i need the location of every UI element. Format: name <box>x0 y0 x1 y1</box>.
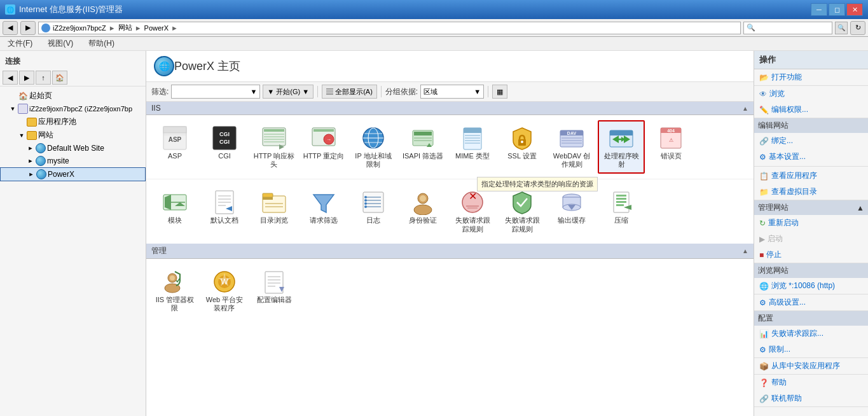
http-redirect-label: HTTP 重定向 <box>303 152 345 160</box>
icon-error[interactable]: 404 ⚠ 错误页 <box>647 120 694 174</box>
action-browse-link[interactable]: 🌐 浏览 *:10086 (http) <box>754 278 868 294</box>
config-header: 配置 <box>754 311 868 326</box>
icon-auth[interactable]: 身份验证 <box>399 184 446 238</box>
sidebar-home-btn[interactable]: 🏠 <box>52 71 67 85</box>
icon-config-editor[interactable]: 配置编辑器 <box>251 264 298 317</box>
view-icon: ▦ <box>497 88 503 96</box>
icon-http-response[interactable]: HTTP 响应标头 <box>251 120 298 174</box>
sidebar-item-startpage[interactable]: 🏠 起始页 <box>0 89 146 102</box>
action-advanced-settings[interactable]: ⚙ 高级设置... <box>754 295 868 310</box>
svg-text:→: → <box>326 137 331 142</box>
icon-handler[interactable]: 处理程序映射 <box>598 120 645 174</box>
action-bind[interactable]: 🔗 绑定... <box>754 133 868 149</box>
action-view-app[interactable]: 📋 查看应用程序 <box>754 168 868 184</box>
refresh-button[interactable]: ↻ <box>850 21 865 35</box>
start-label: 启动 <box>768 233 783 244</box>
close-button[interactable]: ✕ <box>846 3 863 16</box>
browse-link-label: 浏览 *:10086 (http) <box>771 281 835 291</box>
right-panel: 操作 📂 打开功能 👁 浏览 ✏️ 编辑权限... 编辑网站 <box>754 51 868 416</box>
action-open-feature[interactable]: 📂 打开功能 <box>754 69 868 85</box>
right-section-browse-site: 浏览网站 🌐 浏览 *:10086 (http) <box>754 263 868 295</box>
back-button[interactable]: ◀ <box>3 21 18 35</box>
icon-auth-rules[interactable]: 失败请求跟 踪规则 <box>499 184 546 238</box>
menu-bar: 文件(F) 视图(V) 帮助(H) <box>0 37 868 51</box>
sidebar-up-btn[interactable]: ↑ <box>36 71 51 85</box>
sidebar-item-server[interactable]: ▼ iZ2ze9joxn7bpcZ (iZ2ze9joxn7bp <box>0 102 146 115</box>
icon-fail-req[interactable]: ✕ 失败请求跟踪规则 <box>449 184 496 238</box>
title-bar: 🌐 Internet 信息服务(IIS)管理器 ─ ◻ ✕ <box>0 0 868 19</box>
forward-button[interactable]: ▶ <box>20 21 36 35</box>
icon-default-doc[interactable]: 默认文档 <box>201 184 248 238</box>
icon-http-redirect[interactable]: → HTTP 重定向 <box>300 120 347 174</box>
search-box[interactable]: 🔍 <box>743 22 832 34</box>
sidebar-back-btn[interactable]: ◀ <box>3 71 18 85</box>
action-start[interactable]: ▶ 启动 <box>754 231 868 247</box>
icon-log[interactable]: 日志 <box>350 184 397 238</box>
sidebar-item-powerx[interactable]: ► PowerX <box>0 167 146 181</box>
icon-compress[interactable]: 压缩 <box>598 184 645 238</box>
action-help[interactable]: ❓ 帮助 <box>754 375 868 391</box>
iis-section: IIS ▲ ASP ASP <box>146 102 754 416</box>
sidebar-forward-btn[interactable]: ▶ <box>19 71 34 85</box>
icon-cgi[interactable]: CGI CGI CGI <box>201 120 248 174</box>
action-browse[interactable]: 👁 浏览 <box>754 86 868 102</box>
search-button[interactable]: 🔍 <box>835 22 848 34</box>
address-field[interactable]: iZ2ze9joxn7bpcZ ► 网站 ► PowerX ► <box>38 22 741 34</box>
menu-help[interactable]: 帮助(H) <box>86 37 117 50</box>
group-dropdown[interactable]: 区域 ▼ <box>420 85 484 99</box>
icon-isapi[interactable]: ISAPI 筛选器 <box>399 120 446 174</box>
action-edit-perm[interactable]: ✏️ 编辑权限... <box>754 102 868 118</box>
svg-rect-8 <box>264 129 284 132</box>
sidebar-item-mysite[interactable]: ► mysite <box>0 155 146 167</box>
browse-action-icon: 👁 <box>759 90 767 99</box>
action-limits[interactable]: ⚙ 限制... <box>754 342 868 357</box>
browse-label: 浏览 <box>769 88 785 99</box>
menu-file[interactable]: 文件(F) <box>5 37 35 50</box>
browse-site-header: 浏览网站 <box>754 263 868 278</box>
icon-mime[interactable]: MIME 类型 <box>449 120 496 174</box>
view-button[interactable]: ▦ <box>492 85 507 99</box>
asp-icon: ASP <box>162 125 188 151</box>
restore-button[interactable]: ◻ <box>829 3 845 16</box>
action-stop[interactable]: ■ 停止 <box>754 247 868 263</box>
action-install-app[interactable]: 📦 从库中安装应用程序 <box>754 358 868 374</box>
icon-module[interactable]: 模块 <box>151 184 198 238</box>
toggle-apppool <box>18 118 25 126</box>
iis-icons-row2: 模块 默认文档 <box>146 179 754 243</box>
config-label: 配置 <box>758 313 773 324</box>
menu-view[interactable]: 视图(V) <box>45 37 76 50</box>
mysite-icon <box>36 156 46 166</box>
action-view-vdir[interactable]: 📁 查看虚拟目录 <box>754 184 868 200</box>
filter-dropdown[interactable]: ▼ <box>171 85 260 99</box>
sidebar-item-apppool[interactable]: 应用程序池 <box>0 115 146 128</box>
action-online-help[interactable]: 🔗 联机帮助 <box>754 391 868 406</box>
icon-output-cache[interactable]: 输出缓存 <box>548 184 595 238</box>
minimize-button[interactable]: ─ <box>811 3 827 16</box>
start-button[interactable]: ▼ 开始(G) ▼ <box>263 85 313 99</box>
toggle-server: ▼ <box>9 105 17 113</box>
show-all-button[interactable]: ▤ 全部显示(A) <box>322 85 377 99</box>
icon-dir-browse[interactable]: 目录浏览 <box>251 184 298 238</box>
right-section-manage-site: 管理网站 ▲ ↻ 重新启动 ▶ 启动 ■ 停止 <box>754 200 868 263</box>
icon-ip-restrict[interactable]: IP 地址和域限制 <box>350 120 397 174</box>
icon-web-platform[interactable]: W Web 平台安装程序 <box>201 264 248 317</box>
action-basic-settings[interactable]: ⚙ 基本设置... <box>754 149 868 165</box>
sidebar-item-websites[interactable]: ▼ 网站 <box>0 128 146 142</box>
handler-icon <box>609 125 634 151</box>
open-feature-label: 打开功能 <box>771 72 802 83</box>
action-fail-trace[interactable]: 📊 失败请求跟踪... <box>754 326 868 342</box>
cgi-icon: CGI CGI <box>212 125 237 151</box>
icon-req-filter[interactable]: 请求筛选 <box>300 184 347 238</box>
group-arrow-icon: ▼ <box>474 88 481 95</box>
svg-point-35 <box>521 141 523 143</box>
action-restart[interactable]: ↻ 重新启动 <box>754 215 868 231</box>
icon-asp[interactable]: ASP ASP <box>151 120 198 174</box>
auth-icon <box>410 190 436 215</box>
mime-icon <box>460 125 485 151</box>
icon-iis-mgr-perm[interactable]: IIS 管理器权限 <box>151 264 198 317</box>
icon-webdav[interactable]: DAV WebDAV 创作规则 <box>548 120 595 174</box>
sidebar-item-defaultweb[interactable]: ► Default Web Site <box>0 142 146 155</box>
icon-ssl[interactable]: SSL 设置 <box>499 120 546 174</box>
help-label: 帮助 <box>771 377 787 388</box>
config-editor-icon <box>261 269 287 295</box>
